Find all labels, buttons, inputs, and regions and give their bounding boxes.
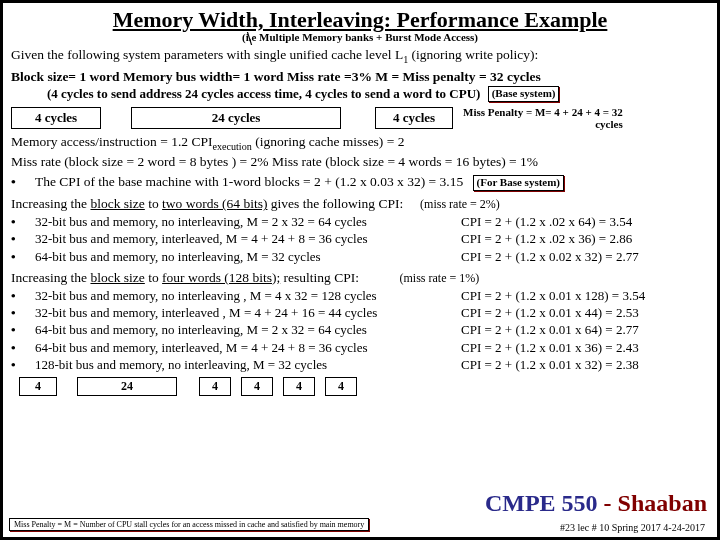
timing-diagram-2: 4 24 4 4 4 4 bbox=[19, 377, 709, 396]
timing-box: 4 bbox=[199, 377, 231, 396]
bullet-icon: • bbox=[11, 357, 35, 373]
mem-access-line: Memory access/instruction = 1.2 CPIexecu… bbox=[11, 134, 709, 153]
for-base-badge: (For Base system) bbox=[473, 175, 565, 191]
params-line-1: Block size= 1 word Memory bus width= 1 w… bbox=[11, 69, 709, 86]
bullet-icon: • bbox=[11, 214, 35, 230]
cfg-row: •32-bit bus and memory, interleaved , M … bbox=[11, 305, 709, 321]
timing-diagram: 4 cycles 24 cycles 4 cycles Miss Penalty… bbox=[11, 106, 709, 130]
bullet-icon: • bbox=[11, 288, 35, 304]
timing-box: 24 bbox=[77, 377, 177, 396]
timing-box: 4 bbox=[19, 377, 57, 396]
footer-note-box: Miss Penalty = M = Number of CPU stall c… bbox=[9, 518, 369, 531]
title-part2: Performance Example bbox=[391, 7, 607, 32]
params-line-2: (4 cycles to send address 24 cycles acce… bbox=[11, 86, 709, 103]
course-label: CMPE 550 - Shaaban bbox=[485, 490, 707, 517]
bullet-icon: • bbox=[11, 305, 35, 321]
timing-box: 4 bbox=[325, 377, 357, 396]
increase-2-words: Increasing the block size to two words (… bbox=[11, 196, 709, 213]
slide-title: Memory Width, Interleaving: Performance … bbox=[11, 7, 709, 33]
cfg-row: •32-bit bus and memory, no interleaving,… bbox=[11, 214, 709, 230]
cfg-row: •32-bit bus and memory, interleaved, M =… bbox=[11, 231, 709, 247]
slide-container: Memory Width, Interleaving: Performance … bbox=[0, 0, 720, 540]
timing-box-word: 4 cycles bbox=[375, 107, 453, 129]
pointer-glyph: \ bbox=[247, 29, 252, 50]
given-line: Given the following system parameters wi… bbox=[11, 47, 709, 66]
cfg-row: •128-bit bus and memory, no interleaving… bbox=[11, 357, 709, 373]
bullet-icon: • bbox=[11, 340, 35, 356]
timing-box-access: 24 cycles bbox=[131, 107, 341, 129]
cfg-row: •64-bit bus and memory, no interleaving,… bbox=[11, 322, 709, 338]
bullet-icon: • bbox=[11, 231, 35, 247]
increase-4-words: Increasing the block size to four words … bbox=[11, 270, 709, 287]
cfg-row: •64-bit bus and memory, no interleaving,… bbox=[11, 249, 709, 265]
cfg-row: •64-bit bus and memory, interleaved, M =… bbox=[11, 340, 709, 356]
bullet-icon: • bbox=[11, 174, 35, 191]
timing-box: 4 bbox=[283, 377, 315, 396]
timing-box-address: 4 cycles bbox=[11, 107, 101, 129]
slide-meta: #23 lec # 10 Spring 2017 4-24-2017 bbox=[560, 522, 705, 533]
miss-rate-1pct: (miss rate = 1%) bbox=[399, 271, 479, 285]
miss-rate-2pct: (miss rate = 2%) bbox=[420, 197, 500, 211]
bullet-icon: • bbox=[11, 322, 35, 338]
miss-penalty-note: Miss Penalty = M= 4 + 24 + 4 = 32 cycles bbox=[463, 106, 623, 130]
base-system-badge: (Base system) bbox=[488, 86, 560, 102]
miss-rates-line: Miss rate (block size = 2 word = 8 bytes… bbox=[11, 154, 709, 171]
timing-box: 4 bbox=[241, 377, 273, 396]
base-cpi-row: • The CPI of the base machine with 1-wor… bbox=[11, 174, 709, 191]
cfg-row: •32-bit bus and memory, no interleaving … bbox=[11, 288, 709, 304]
bullet-icon: • bbox=[11, 249, 35, 265]
